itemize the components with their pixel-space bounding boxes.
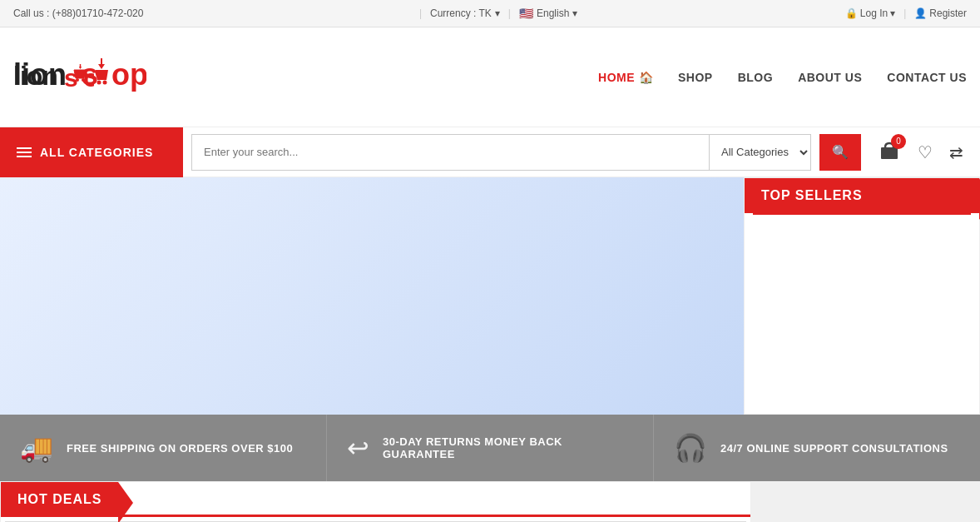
headphone-icon: 🎧 <box>674 432 707 464</box>
top-sellers-divider <box>753 213 971 215</box>
svg-text:s: s <box>82 57 98 92</box>
search-button[interactable]: 🔍 <box>819 134 861 171</box>
deals-section: HOT DEALS SALE - ONLY DAY - UP TO 40% OF… <box>0 481 980 522</box>
phone-number: Call us : (+88)01710-472-020 <box>13 7 143 19</box>
nav-contact[interactable]: CONTACT US <box>887 71 967 84</box>
feature-shipping-text: FREE SHIPPING ON ORDERS OVER $100 <box>67 442 293 455</box>
logo-container[interactable]: lion s op <box>13 50 146 96</box>
sale-title: SALE <box>809 516 922 522</box>
nav-blog[interactable]: BLOG <box>738 71 773 84</box>
language-label: English <box>537 7 569 19</box>
hot-deals-header: HOT DEALS <box>1 482 118 517</box>
nav-about[interactable]: ABOUT US <box>798 71 862 84</box>
top-sellers-label: TOP SELLERS <box>761 188 863 203</box>
search-icon: 🔍 <box>832 144 849 160</box>
top-sellers-panel: TOP SELLERS <box>744 177 980 415</box>
flag-icon: 🇺🇸 <box>519 7 533 20</box>
search-input[interactable] <box>192 135 709 170</box>
sale-banner: SALE - ONLY DAY - UP TO 40% OFF <box>751 481 980 522</box>
auth-area: 🔒 Log In ▾ | 👤 Register <box>845 7 967 19</box>
hot-deals-label: HOT DEALS <box>17 492 101 507</box>
register-link[interactable]: 👤 Register <box>914 7 967 19</box>
svg-rect-13 <box>881 147 898 159</box>
lock-icon: 🔒 <box>845 7 858 19</box>
all-categories-button[interactable]: ALL CATEGORIES <box>0 127 183 177</box>
svg-point-11 <box>103 81 107 85</box>
truck-icon: 🚚 <box>20 432 53 464</box>
language-selector[interactable]: 🇺🇸 English ▾ <box>519 7 577 20</box>
return-icon: ↩ <box>347 432 369 464</box>
top-sellers-header: TOP SELLERS <box>745 178 979 213</box>
currency-label: Currency : TK <box>430 7 492 19</box>
search-bar: All Categories <box>191 134 811 171</box>
header: lion s op <box>0 27 980 127</box>
user-add-icon: 👤 <box>914 7 927 19</box>
currency-chevron-icon: ▾ <box>495 7 500 19</box>
main-nav: HOME 🏠 SHOP BLOG ABOUT US CONTACT US <box>598 71 967 84</box>
feature-support-text: 24/7 ONLINE SUPPORT CONSULTATIONS <box>720 442 948 455</box>
nav-shop[interactable]: SHOP <box>678 71 713 84</box>
svg-text:lion: lion <box>13 57 67 92</box>
feature-support: 🎧 24/7 ONLINE SUPPORT CONSULTATIONS <box>654 415 980 481</box>
hot-deals-panel: HOT DEALS <box>0 481 751 522</box>
feature-strip: 🚚 FREE SHIPPING ON ORDERS OVER $100 ↩ 30… <box>0 415 980 481</box>
divider-2: | <box>508 7 511 19</box>
top-bar: Call us : (+88)01710-472-020 | Currency … <box>0 0 980 27</box>
feature-shipping: 🚚 FREE SHIPPING ON ORDERS OVER $100 <box>0 415 327 481</box>
menu-lines-icon <box>17 147 32 157</box>
toolbar: ALL CATEGORIES All Categories 🔍 0 ♡ ⇄ <box>0 127 980 177</box>
language-chevron-icon: ▾ <box>572 7 577 19</box>
login-link[interactable]: 🔒 Log In ▾ <box>845 7 895 19</box>
svg-point-10 <box>97 81 101 85</box>
hero-section: TOP SELLERS <box>0 177 980 415</box>
currency-selector[interactable]: Currency : TK ▾ <box>430 7 500 19</box>
divider-1: | <box>419 7 422 19</box>
svg-text:op: op <box>111 57 146 92</box>
feature-returns: ↩ 30-DAY RETURNS MONEY BACK GUARANTEE <box>327 415 654 481</box>
cart-button[interactable]: 0 <box>878 139 901 166</box>
category-dropdown[interactable]: All Categories <box>709 135 810 170</box>
compare-button[interactable]: ⇄ <box>949 142 963 162</box>
svg-marker-9 <box>98 64 105 69</box>
home-icon: 🏠 <box>639 71 654 84</box>
login-chevron-icon: ▾ <box>890 7 895 19</box>
logo-svg: lion s op <box>13 50 146 96</box>
feature-returns-text: 30-DAY RETURNS MONEY BACK GUARANTEE <box>383 435 633 460</box>
toolbar-icons: 0 ♡ ⇄ <box>861 139 980 166</box>
nav-home[interactable]: HOME 🏠 <box>598 71 653 84</box>
wishlist-button[interactable]: ♡ <box>918 142 933 162</box>
auth-divider: | <box>903 7 906 19</box>
cart-count: 0 <box>891 134 906 149</box>
hero-banner <box>0 177 744 415</box>
